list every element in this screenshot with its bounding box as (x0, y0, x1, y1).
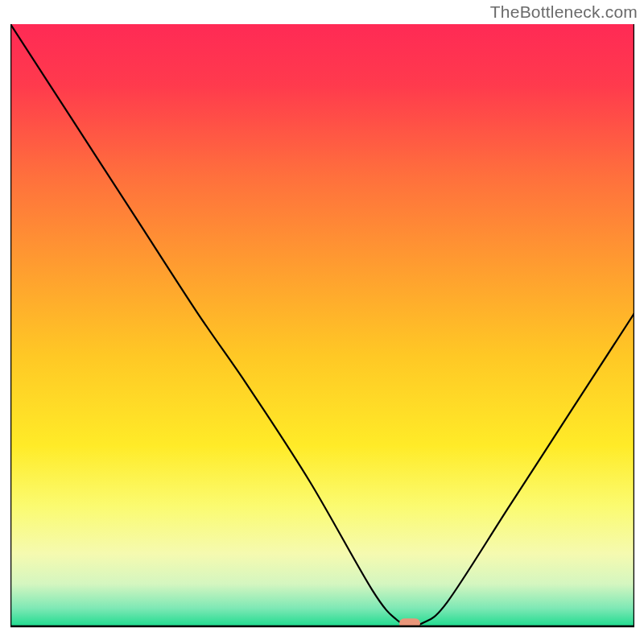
watermark-text: TheBottleneck.com (490, 2, 638, 22)
bottom-mask (10, 626, 634, 636)
chart-area (10, 24, 634, 636)
chart-svg (10, 24, 634, 636)
gradient-background (10, 24, 634, 626)
